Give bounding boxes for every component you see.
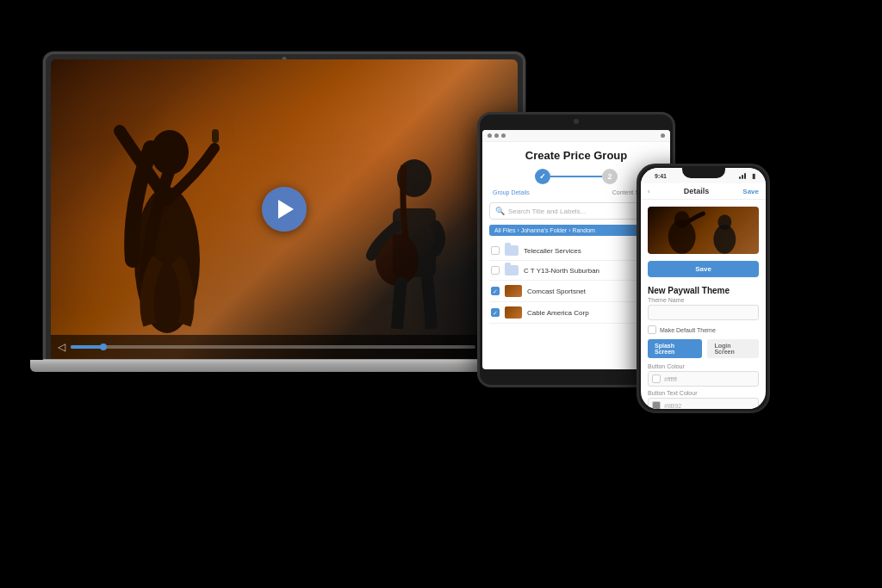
status-dot-2	[494, 133, 499, 138]
step-2: 2	[602, 169, 618, 184]
svg-rect-1	[212, 129, 219, 143]
status-dot-1	[488, 133, 492, 138]
phone-screen: 9:41 ▮ ‹ Details Save	[641, 168, 766, 409]
step-1-label: Group Details	[493, 189, 530, 195]
checkbox-1[interactable]	[491, 246, 500, 255]
default-theme-label: Make Default Theme	[660, 327, 716, 333]
phone-save-btn[interactable]: Save	[648, 261, 759, 277]
battery-icon	[661, 133, 665, 138]
step-line	[550, 176, 602, 177]
button-text-color-input[interactable]: #8B92	[648, 398, 759, 409]
laptop: ◁ 0:06 ⤢	[43, 52, 543, 413]
laptop-bezel: ◁ 0:06 ⤢	[43, 52, 525, 362]
phone-time: 9:41	[655, 173, 667, 179]
progress-thumb	[100, 344, 107, 350]
login-screen-tab[interactable]: Login Screen	[707, 339, 759, 358]
button-color-input[interactable]: #ffffff	[648, 371, 759, 387]
phone-status-icons: ▮	[739, 172, 755, 180]
progress-bar[interactable]	[71, 345, 475, 349]
tablet-battery	[661, 133, 665, 138]
video-player: ◁ 0:06 ⤢	[51, 59, 518, 359]
tablet-title: Create Price Group	[489, 149, 663, 162]
phone-save-label: Save	[695, 265, 711, 273]
button-color-swatch	[652, 374, 661, 383]
tablet-camera	[574, 119, 579, 124]
theme-name-input[interactable]	[648, 305, 759, 320]
phone-header: ‹ Details Save	[641, 183, 766, 200]
video-thumb-1	[505, 285, 522, 297]
signal-3	[744, 173, 746, 179]
tablet-status-bar	[482, 130, 670, 142]
video-controls: ◁ 0:06 ⤢	[51, 335, 518, 359]
button-color-label: Button Colour	[648, 363, 759, 369]
video-overlay	[648, 207, 759, 254]
phone-header-title: Details	[684, 187, 710, 195]
button-text-color-value: #8B92	[664, 403, 681, 409]
phone-section-title: New Paywall Theme	[641, 281, 766, 297]
back-button[interactable]: ‹	[648, 188, 650, 195]
signal-2	[742, 175, 743, 179]
laptop-screen: ◁ 0:06 ⤢	[51, 59, 518, 359]
status-dot-3	[501, 133, 506, 138]
phone-video-thumbnail	[648, 207, 759, 254]
play-icon	[278, 200, 294, 219]
phone-form: Theme Name Make Default Theme Splash Scr…	[641, 297, 766, 409]
splash-screen-tab[interactable]: Splash Screen	[648, 339, 702, 358]
battery-icon: ▮	[752, 172, 755, 180]
laptop-base	[30, 360, 538, 372]
folder-icon-1	[505, 245, 519, 256]
phone-notch	[682, 166, 725, 178]
search-icon: 🔍	[495, 207, 505, 215]
button-text-color-label: Button Text Colour	[648, 390, 759, 396]
checkbox-2[interactable]	[491, 266, 500, 275]
checkbox-4[interactable]: ✓	[491, 308, 500, 317]
default-theme-checkbox[interactable]	[648, 325, 656, 334]
folder-icon-2	[505, 265, 519, 275]
singer-silhouette	[102, 88, 249, 337]
checkbox-3[interactable]: ✓	[491, 287, 500, 295]
search-placeholder: Search Title and Labels...	[508, 207, 586, 215]
breadcrumb-text: All Files › Johanna's Folder › Random	[494, 227, 595, 233]
scene: ◁ 0:06 ⤢	[0, 0, 882, 588]
theme-name-label: Theme Name	[648, 297, 759, 303]
button-text-color-swatch	[652, 401, 661, 409]
button-color-value: #ffffff	[664, 376, 677, 382]
save-button[interactable]: Save	[742, 188, 759, 195]
volume-icon[interactable]: ◁	[58, 341, 65, 353]
default-theme-row: Make Default Theme	[648, 325, 759, 334]
progress-fill	[71, 345, 103, 349]
step-1: ✓	[535, 169, 550, 184]
video-thumb-2	[505, 306, 522, 319]
screen-tabs: Splash Screen Login Screen	[648, 339, 759, 358]
guitarist-silhouette	[354, 114, 475, 337]
play-button[interactable]	[262, 187, 307, 232]
signal-1	[739, 176, 741, 179]
signal-icon	[739, 173, 749, 179]
tablet-status-icons	[488, 133, 506, 138]
phone: 9:41 ▮ ‹ Details Save	[637, 164, 770, 413]
